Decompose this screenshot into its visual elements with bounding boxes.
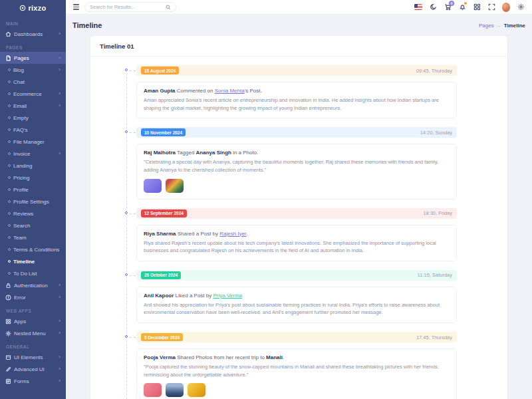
sidebar-item-profile-settings[interactable]: Profile Settings bbox=[0, 196, 66, 207]
text-part: in a Photo. bbox=[231, 150, 258, 156]
person-link[interactable]: Sonia Mehta bbox=[215, 88, 245, 94]
person-link[interactable]: Priya Verma bbox=[213, 293, 243, 299]
apps-grid-icon[interactable] bbox=[473, 3, 481, 11]
menu-toggle-icon[interactable] bbox=[73, 4, 79, 9]
sidebar-item-label: Timeline bbox=[13, 259, 35, 265]
text-part: Aman Gupta bbox=[144, 88, 176, 94]
sidebar-item-dashboards[interactable]: Dashboards› bbox=[0, 28, 66, 40]
entry-time: 09:45, Thursday bbox=[416, 68, 452, 74]
entry-body-text: Riya shared Rajesh's recent update about… bbox=[144, 239, 450, 255]
sidebar-item-label: Empty bbox=[13, 115, 29, 121]
sidebar-item-nested-menu[interactable]: Nested Menu› bbox=[0, 327, 66, 339]
sidebar: rixzo MAINDashboards›PAGESPages›Blog›Cha… bbox=[0, 0, 66, 399]
pen-icon bbox=[5, 366, 11, 372]
section-label-main: MAIN bbox=[0, 16, 66, 28]
sidebar-item-forms[interactable]: Forms› bbox=[0, 375, 66, 387]
date-badge: 15 August 2024 bbox=[141, 66, 179, 74]
settings-gear-icon[interactable] bbox=[517, 3, 525, 11]
sidebar-item-timeline[interactable]: Timeline bbox=[0, 255, 66, 267]
search-icon[interactable] bbox=[166, 5, 171, 10]
chevron-right-icon: › bbox=[59, 354, 61, 360]
photo-thumbnail-pink-art[interactable] bbox=[144, 383, 162, 397]
sidebar-item-label: Profile bbox=[13, 187, 29, 193]
sidebar-item-search[interactable]: Search bbox=[0, 219, 66, 231]
sidebar-item-apps[interactable]: Apps› bbox=[0, 315, 66, 327]
sidebar-item-faq-s[interactable]: FAQ's bbox=[0, 124, 66, 136]
section-label-general: GENERAL bbox=[0, 339, 66, 351]
sidebar-item-team[interactable]: Team bbox=[0, 231, 66, 243]
sidebar-item-label: Email bbox=[13, 103, 27, 109]
date-badge: 5 December 2024 bbox=[141, 333, 183, 341]
bullet-icon bbox=[8, 80, 11, 83]
text-part: Shared Photos from her recent trip to bbox=[176, 354, 266, 360]
bullet-icon bbox=[8, 140, 11, 143]
sidebar-item-advanced-ui[interactable]: Advanced UI› bbox=[0, 363, 66, 375]
entry-header: 12 September 202418:30, Friday bbox=[136, 208, 457, 219]
cart-icon[interactable]: 0 bbox=[444, 3, 452, 11]
timeline-01-card: Timeline 01 15 August 202409:45, Thursda… bbox=[90, 35, 508, 399]
chevron-right-icon: › bbox=[59, 295, 61, 300]
bullet-icon bbox=[8, 200, 11, 203]
sidebar-item-empty[interactable]: Empty bbox=[0, 112, 66, 124]
sidebar-item-pricing[interactable]: Pricing bbox=[0, 172, 66, 184]
bullet-icon bbox=[8, 128, 11, 131]
photo-thumbnail-yellow-flowers[interactable] bbox=[188, 383, 205, 397]
sidebar-item-blog[interactable]: Blog› bbox=[0, 64, 66, 76]
page-header: Timeline Pages → Timeline bbox=[66, 19, 532, 35]
chevron-right-icon: › bbox=[59, 31, 61, 37]
sidebar-item-email[interactable]: Email› bbox=[0, 100, 66, 112]
sidebar-item-label: Nested Menu bbox=[14, 331, 46, 336]
person-link[interactable]: Rajesh Iyer bbox=[219, 231, 246, 237]
chevron-right-icon: › bbox=[59, 378, 61, 384]
language-flag-icon[interactable] bbox=[414, 3, 422, 11]
timeline-01-title: Timeline 01 bbox=[90, 36, 507, 57]
sidebar-item-reviews[interactable]: Reviews bbox=[0, 207, 66, 219]
alert-icon bbox=[5, 295, 11, 301]
photo-thumbnail-purple-art[interactable] bbox=[144, 179, 162, 193]
dark-mode-icon[interactable] bbox=[429, 3, 437, 11]
sidebar-item-to-do-list[interactable]: To Do List bbox=[0, 267, 66, 279]
timeline-entry: 5 December 202417:45, ThursdayPooja Verm… bbox=[136, 332, 457, 399]
sidebar-item-error[interactable]: Error› bbox=[0, 291, 66, 303]
bullet-icon bbox=[8, 224, 11, 227]
entry-title: Pooja Verma Shared Photos from her recen… bbox=[144, 354, 450, 360]
date-badge: 12 September 2024 bbox=[141, 209, 187, 217]
breadcrumb-parent-link[interactable]: Pages bbox=[479, 23, 494, 29]
photo-thumbnail-mountains[interactable] bbox=[166, 383, 184, 397]
sidebar-item-label: Landing bbox=[13, 163, 32, 169]
sidebar-item-label: Search bbox=[13, 223, 30, 229]
grid-icon bbox=[5, 319, 11, 325]
sidebar-item-authentication[interactable]: Authentication› bbox=[0, 279, 66, 291]
sidebar-item-terms-conditions[interactable]: Terms & Conditions bbox=[0, 243, 66, 255]
user-avatar[interactable] bbox=[502, 3, 510, 11]
sidebar-item-pages[interactable]: Pages› bbox=[0, 52, 66, 64]
bullet-icon bbox=[8, 260, 11, 263]
sidebar-item-label: Team bbox=[13, 235, 27, 241]
navbar-icons: 0 bbox=[414, 3, 525, 11]
sidebar-item-ui-elements[interactable]: UI Elements› bbox=[0, 351, 66, 363]
sidebar-item-landing[interactable]: Landing bbox=[0, 160, 66, 172]
sidebar-nav: MAINDashboards›PAGESPages›Blog›ChatEcomm… bbox=[0, 16, 66, 387]
sidebar-item-ecommerce[interactable]: Ecommerce› bbox=[0, 88, 66, 100]
bullet-icon bbox=[8, 152, 11, 155]
sidebar-item-label: Dashboards bbox=[14, 31, 43, 37]
timeline-connector bbox=[130, 132, 136, 133]
gear-icon bbox=[5, 331, 11, 336]
entry-body-text: Anil showed his appreciation for Priya's… bbox=[144, 301, 450, 317]
text-part: . bbox=[246, 231, 247, 237]
photo-thumbnail-flowers[interactable] bbox=[166, 179, 184, 193]
bullet-icon bbox=[8, 68, 11, 71]
page-content: Timeline Pages → Timeline Timeline 01 15… bbox=[66, 15, 532, 399]
fullscreen-icon[interactable] bbox=[487, 3, 495, 11]
sidebar-item-file-manager[interactable]: File Manager bbox=[0, 136, 66, 148]
sidebar-item-chat[interactable]: Chat bbox=[0, 76, 66, 88]
sidebar-item-profile[interactable]: Profile bbox=[0, 184, 66, 196]
search-input[interactable] bbox=[90, 4, 163, 10]
notifications-bell-icon[interactable] bbox=[458, 3, 466, 11]
entry-card: Raj Malhotra Tagged Ananya Singh in a Ph… bbox=[136, 144, 457, 199]
bullet-icon bbox=[8, 236, 11, 239]
box-icon bbox=[5, 354, 11, 360]
chevron-right-icon: › bbox=[59, 103, 61, 108]
app-logo[interactable]: rixzo bbox=[0, 0, 66, 16]
sidebar-item-invoice[interactable]: Invoice› bbox=[0, 148, 66, 160]
